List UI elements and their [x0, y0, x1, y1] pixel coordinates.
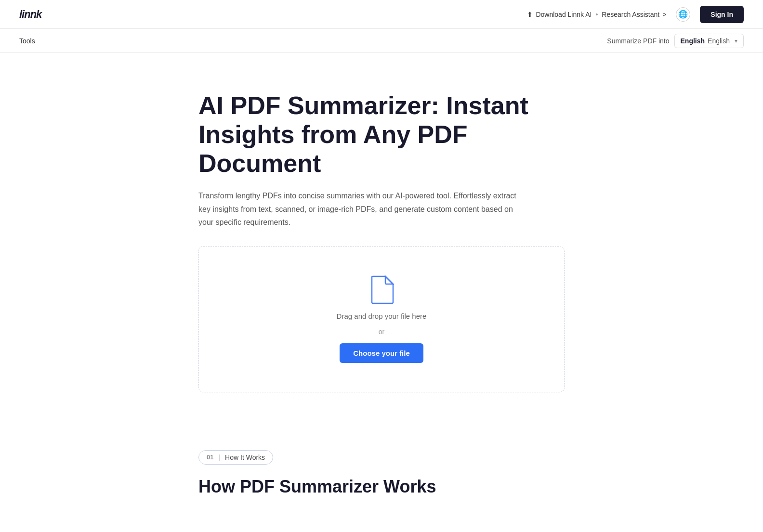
nav-separator: •: [595, 11, 598, 18]
globe-icon: 🌐: [678, 10, 688, 19]
language-bold: English: [681, 37, 705, 45]
sign-in-button[interactable]: Sign In: [700, 6, 744, 23]
download-label: Download Linnk AI: [536, 11, 592, 18]
research-label: Research Assistant: [602, 11, 659, 18]
language-regular: English: [708, 37, 730, 45]
language-section: Summarize PDF into English English ▾: [607, 34, 744, 48]
hero-title: AI PDF Summarizer: Instant Insights from…: [198, 91, 565, 178]
research-arrow: >: [662, 11, 666, 18]
globe-button[interactable]: 🌐: [676, 7, 690, 22]
logo[interactable]: linnk: [19, 8, 41, 21]
nav-right: ⬆ Download Linnk AI • Research Assistant…: [527, 6, 744, 23]
logo-text: linnk: [19, 8, 41, 20]
badge-number: 01: [207, 454, 213, 461]
download-link[interactable]: ⬆ Download Linnk AI • Research Assistant…: [527, 11, 666, 18]
tools-link[interactable]: Tools: [19, 37, 35, 45]
section-badge: 01 | How It Works: [198, 450, 273, 465]
upload-dropzone[interactable]: Drag and drop your file here or Choose y…: [198, 246, 565, 392]
badge-label: How It Works: [225, 454, 265, 461]
or-divider: or: [379, 328, 384, 336]
file-icon: [369, 275, 394, 304]
summarize-label: Summarize PDF into: [607, 37, 669, 45]
top-navigation: linnk ⬆ Download Linnk AI • Research Ass…: [0, 0, 763, 29]
main-content: AI PDF Summarizer: Instant Insights from…: [0, 53, 763, 526]
hero-section: AI PDF Summarizer: Instant Insights from…: [198, 91, 565, 392]
choose-file-button[interactable]: Choose your file: [340, 343, 423, 363]
how-it-works-section: 01 | How It Works How PDF Summarizer Wor…: [198, 450, 565, 497]
drag-drop-text: Drag and drop your file here: [337, 312, 427, 320]
how-section-title: How PDF Summarizer Works: [198, 476, 565, 497]
download-icon: ⬆: [527, 11, 533, 18]
badge-divider: |: [218, 454, 220, 461]
language-select[interactable]: English English ▾: [674, 34, 744, 48]
chevron-down-icon: ▾: [735, 38, 737, 44]
hero-subtitle: Transform lengthy PDFs into concise summ…: [198, 189, 516, 229]
secondary-navigation: Tools Summarize PDF into English English…: [0, 29, 763, 53]
